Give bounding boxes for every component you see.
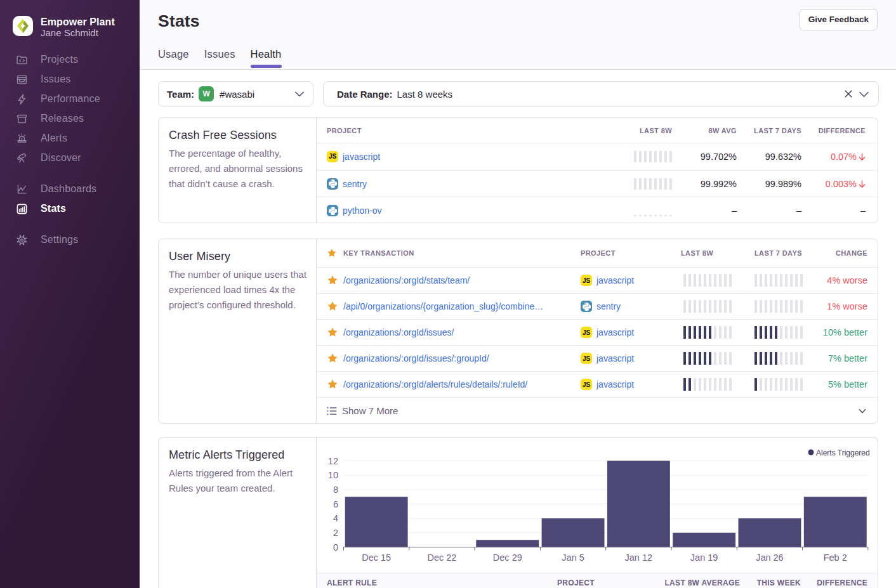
svg-text:Dec 22: Dec 22: [427, 552, 456, 563]
svg-text:0: 0: [333, 542, 338, 552]
svg-text:4: 4: [333, 513, 338, 523]
svg-text:Jan 12: Jan 12: [625, 552, 653, 563]
svg-text:Jan 26: Jan 26: [756, 552, 784, 563]
svg-text:Jan 5: Jan 5: [562, 552, 584, 563]
svg-text:2: 2: [333, 528, 338, 538]
svg-text:Feb 2: Feb 2: [824, 552, 847, 563]
svg-text:Dec 15: Dec 15: [362, 552, 391, 563]
svg-text:6: 6: [333, 499, 338, 509]
svg-text:12: 12: [328, 456, 338, 466]
svg-text:10: 10: [328, 470, 338, 480]
svg-text:8: 8: [333, 485, 338, 495]
svg-text:Jan 19: Jan 19: [690, 552, 718, 563]
svg-text:Alerts Triggered: Alerts Triggered: [816, 448, 870, 457]
svg-text:Dec 29: Dec 29: [493, 552, 522, 563]
